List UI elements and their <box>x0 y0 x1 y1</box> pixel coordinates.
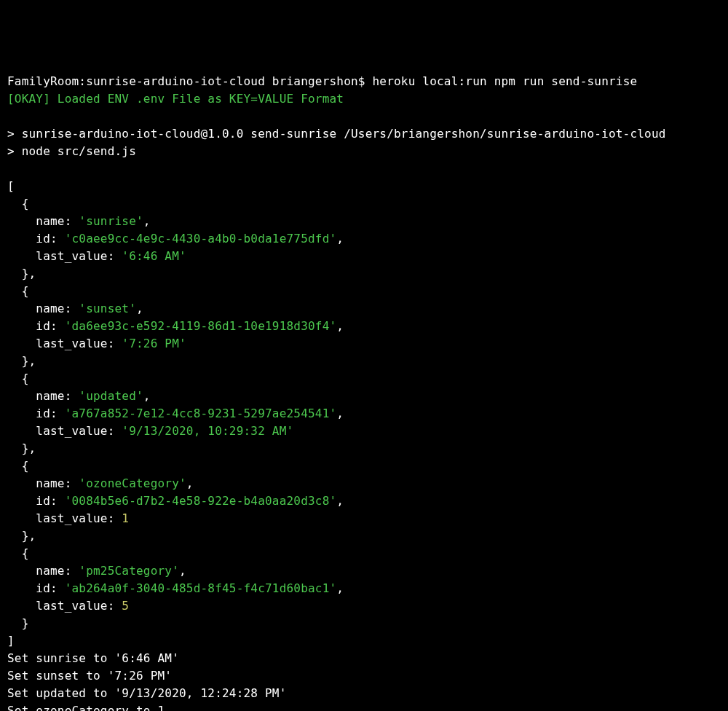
prompt-host: FamilyRoom <box>7 74 79 88</box>
id-key: id: <box>7 581 65 595</box>
prompt-user: briangershon <box>272 74 358 88</box>
prompt-path: sunrise-arduino-iot-cloud <box>86 74 265 88</box>
prompt-dollar: $ <box>358 74 373 88</box>
comma: , <box>186 476 194 490</box>
name-value: 'sunset' <box>79 302 136 315</box>
last-value-number: 1 <box>122 511 129 525</box>
object-close-brace: }, <box>7 441 36 455</box>
object-close-brace: } <box>7 616 29 630</box>
object-close-brace: }, <box>7 354 36 368</box>
object-open-brace: { <box>7 459 29 473</box>
comma: , <box>336 406 344 420</box>
name-value: 'pm25Category' <box>79 564 179 578</box>
set-sunset-line: Set sunset to '7:26 PM' <box>7 669 172 683</box>
name-key: name: <box>7 214 79 228</box>
name-key: name: <box>7 476 79 490</box>
comma: , <box>136 302 143 315</box>
id-value: 'a767a852-7e12-4cc8-9231-5297ae254541' <box>65 406 337 420</box>
set-sunrise-line: Set sunrise to '6:46 AM' <box>7 651 179 665</box>
id-key: id: <box>7 232 65 245</box>
array-close-bracket: ] <box>7 634 15 648</box>
object-close-brace: }, <box>7 529 36 543</box>
terminal-output: FamilyRoom:sunrise-arduino-iot-cloud bri… <box>7 73 721 711</box>
comma: , <box>143 214 151 228</box>
comma: , <box>143 389 151 403</box>
comma: , <box>336 319 344 333</box>
last-value-key: last_value: <box>7 511 122 525</box>
name-value: 'ozoneCategory' <box>79 476 186 490</box>
comma: , <box>179 564 186 578</box>
id-value: 'ab264a0f-3040-485d-8f45-f4c71d60bac1' <box>65 581 337 595</box>
last-value-key: last_value: <box>7 599 122 613</box>
id-key: id: <box>7 494 65 508</box>
last-value-string: '7:26 PM' <box>122 337 186 350</box>
id-value: 'da6ee93c-e592-4119-86d1-10e1918d30f4' <box>65 319 337 333</box>
object-open-brace: { <box>7 197 29 211</box>
comma: , <box>336 232 344 245</box>
name-key: name: <box>7 389 79 403</box>
name-key: name: <box>7 564 79 578</box>
id-value: 'c0aee9cc-4e9c-4430-a4b0-b0da1e775dfd' <box>65 232 337 245</box>
comma: , <box>336 581 344 595</box>
prompt-colon: : <box>79 74 86 88</box>
id-key: id: <box>7 406 65 420</box>
last-value-key: last_value: <box>7 337 122 350</box>
object-close-brace: }, <box>7 267 36 280</box>
last-value-number: 5 <box>122 599 129 613</box>
npm-script-line: > sunrise-arduino-iot-cloud@1.0.0 send-s… <box>7 127 666 141</box>
object-open-brace: { <box>7 284 29 298</box>
last-value-key: last_value: <box>7 424 122 438</box>
last-value-key: last_value: <box>7 249 122 263</box>
array-open-bracket: [ <box>7 179 15 193</box>
name-key: name: <box>7 302 79 315</box>
node-line: > node src/send.js <box>7 144 136 158</box>
object-open-brace: { <box>7 546 29 560</box>
id-key: id: <box>7 319 65 333</box>
object-open-brace: { <box>7 372 29 385</box>
set-ozone-line: Set ozoneCategory to 1 <box>7 704 165 711</box>
name-value: 'sunrise' <box>79 214 143 228</box>
last-value-string: '6:46 AM' <box>122 249 186 263</box>
last-value-string: '9/13/2020, 10:29:32 AM' <box>122 424 293 438</box>
id-value: '0084b5e6-d7b2-4e58-922e-b4a0aa20d3c8' <box>65 494 337 508</box>
command-text: heroku local:run npm run send-sunrise <box>373 74 638 88</box>
name-value: 'updated' <box>79 389 143 403</box>
okay-line: [OKAY] Loaded ENV .env File as KEY=VALUE… <box>7 92 344 106</box>
set-updated-line: Set updated to '9/13/2020, 12:24:28 PM' <box>7 686 286 700</box>
comma: , <box>336 494 344 508</box>
